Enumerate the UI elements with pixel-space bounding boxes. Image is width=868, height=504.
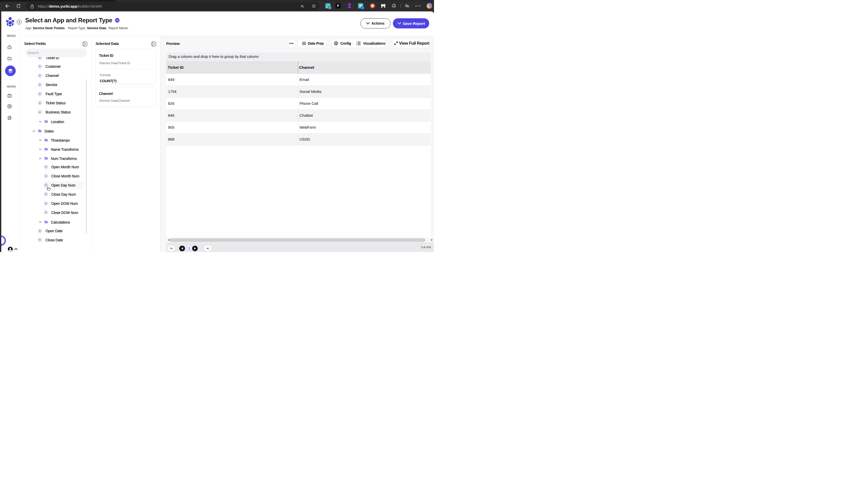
svg-text:24: 24 [8,105,10,107]
